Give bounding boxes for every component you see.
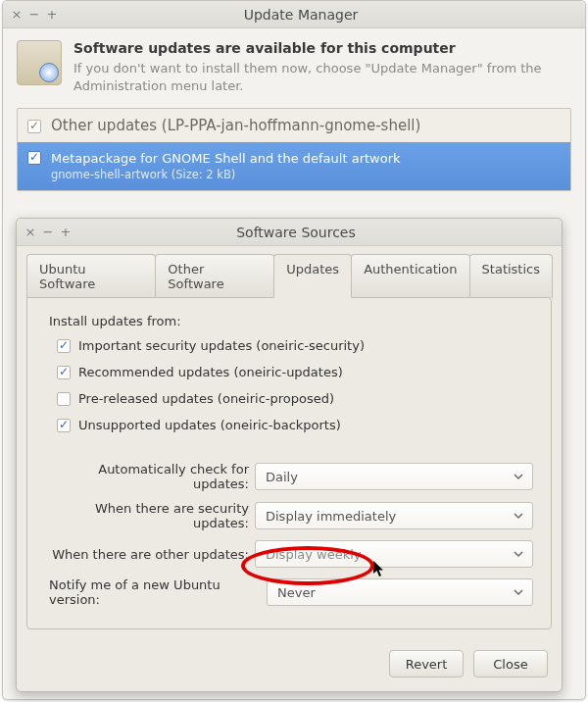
close-button[interactable]: Close xyxy=(473,650,548,677)
checkbox-row-recommended[interactable]: Recommended updates (oneiric-updates) xyxy=(57,365,533,379)
update-manager-content: Software updates are available for this … xyxy=(3,28,585,203)
revert-button[interactable]: Revert xyxy=(389,650,464,677)
group-title: Other updates (LP-PPA-jan-hoffmann-gnome… xyxy=(51,117,420,134)
chevron-down-icon xyxy=(513,586,524,598)
update-heading: Software updates are available for this … xyxy=(74,40,571,56)
combo-value: Never xyxy=(277,585,316,600)
update-header: Software updates are available for this … xyxy=(17,40,571,94)
update-manager-titlebar[interactable]: × − + Update Manager xyxy=(3,1,585,28)
combo-value: Display immediately xyxy=(266,509,396,524)
tab-panel-updates: Install updates from: Important security… xyxy=(26,297,552,629)
minimize-icon[interactable]: − xyxy=(28,9,40,21)
checkbox-recommended[interactable] xyxy=(57,366,71,379)
install-from-label: Install updates from: xyxy=(49,314,533,328)
close-icon[interactable]: × xyxy=(24,226,36,238)
auto-check-combo[interactable]: Daily xyxy=(255,463,533,490)
chevron-down-icon xyxy=(513,471,524,482)
checkbox-row-backports[interactable]: Unsupported updates (oneiric-backports) xyxy=(57,418,533,432)
tab-ubuntu-software[interactable]: Ubuntu Software xyxy=(26,254,156,298)
item-checkbox[interactable] xyxy=(27,151,41,165)
package-icon xyxy=(17,40,62,85)
other-updates-label: When there are other updates: xyxy=(49,547,255,562)
row-other-updates: When there are other updates: Display we… xyxy=(49,540,533,568)
checkbox-backports[interactable] xyxy=(57,419,71,432)
software-sources-titlebar[interactable]: × − + Software Sources xyxy=(17,219,562,246)
minimize-icon[interactable]: − xyxy=(42,226,54,238)
tab-authentication[interactable]: Authentication xyxy=(351,254,469,298)
update-item-sub: gnome-shell-artwork (Size: 2 kB) xyxy=(51,168,401,183)
notify-new-version-label: Notify me of a new Ubuntu version: xyxy=(49,577,267,607)
update-item-desc: Metapackage for GNOME Shell and the defa… xyxy=(51,150,401,168)
software-sources-window: × − + Software Sources Ubuntu Software O… xyxy=(16,218,563,692)
row-security-updates: When there are security updates: Display… xyxy=(49,501,533,530)
checkbox-row-proposed[interactable]: Pre-released updates (oneiric-proposed) xyxy=(57,391,533,406)
notify-new-version-combo[interactable]: Never xyxy=(267,578,533,606)
tab-updates[interactable]: Updates xyxy=(273,254,352,298)
tab-statistics[interactable]: Statistics xyxy=(469,254,553,298)
checkbox-row-security[interactable]: Important security updates (oneiric-secu… xyxy=(57,338,533,353)
update-group: Other updates (LP-PPA-jan-hoffmann-gnome… xyxy=(17,108,571,191)
dialog-buttons: Revert Close xyxy=(17,640,562,687)
update-subtext: If you don't want to install them now, c… xyxy=(74,60,571,94)
row-notify-new-version: Notify me of a new Ubuntu version: Never xyxy=(49,577,533,607)
maximize-icon[interactable]: + xyxy=(60,226,72,238)
update-list-row[interactable]: Metapackage for GNOME Shell and the defa… xyxy=(18,142,570,190)
chevron-down-icon xyxy=(513,510,524,522)
security-updates-label: When there are security updates: xyxy=(49,501,255,530)
combo-value: Daily xyxy=(266,470,298,484)
combo-value: Display weekly xyxy=(266,547,362,562)
checkbox-proposed[interactable] xyxy=(57,392,71,406)
checkbox-label: Important security updates (oneiric-secu… xyxy=(78,338,365,353)
window-title: Software Sources xyxy=(77,225,514,240)
checkbox-label: Recommended updates (oneiric-updates) xyxy=(78,365,343,379)
checkbox-security[interactable] xyxy=(57,339,71,353)
tab-other-software[interactable]: Other Software xyxy=(155,254,274,298)
update-header-text: Software updates are available for this … xyxy=(74,40,571,94)
tabbar: Ubuntu Software Other Software Updates A… xyxy=(26,254,552,298)
auto-check-label: Automatically check for updates: xyxy=(49,462,255,491)
checkbox-label: Unsupported updates (oneiric-backports) xyxy=(78,418,341,432)
close-icon[interactable]: × xyxy=(11,9,23,21)
window-title: Update Manager xyxy=(64,7,538,23)
security-updates-combo[interactable]: Display immediately xyxy=(255,502,533,529)
checkbox-label: Pre-released updates (oneiric-proposed) xyxy=(78,391,334,406)
maximize-icon[interactable]: + xyxy=(46,9,58,21)
group-checkbox[interactable] xyxy=(27,120,41,133)
other-updates-combo[interactable]: Display weekly xyxy=(255,540,533,568)
chevron-down-icon xyxy=(513,548,524,560)
row-auto-check: Automatically check for updates: Daily xyxy=(49,462,533,491)
update-item-text: Metapackage for GNOME Shell and the defa… xyxy=(51,150,401,182)
update-group-head[interactable]: Other updates (LP-PPA-jan-hoffmann-gnome… xyxy=(18,109,570,142)
